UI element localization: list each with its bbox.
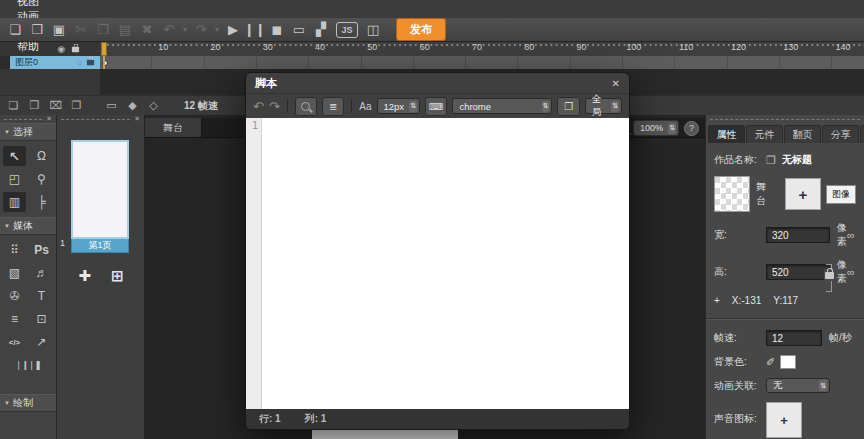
search-button[interactable] bbox=[295, 97, 317, 116]
work-name-value[interactable]: 无标题 bbox=[782, 153, 812, 167]
insert-blank-keyframe-icon[interactable]: ◇ bbox=[143, 99, 164, 112]
zoom-select[interactable]: 100% ⇅ bbox=[633, 120, 679, 136]
snippet-insert-button[interactable]: ❐ bbox=[557, 97, 579, 116]
transform-tool[interactable]: ◰ bbox=[3, 169, 26, 189]
pages-panel-gripper[interactable]: ✕ bbox=[57, 115, 144, 123]
anim-link-select[interactable]: 无 ⇅ bbox=[766, 378, 830, 393]
photoshop-icon[interactable]: Ps bbox=[30, 240, 53, 260]
cut-icon[interactable]: ✄ bbox=[70, 19, 92, 41]
new-file-icon[interactable]: ❏ bbox=[4, 19, 26, 41]
page-label: 第1页 bbox=[71, 239, 129, 253]
publish-button[interactable]: 发布 bbox=[396, 18, 446, 41]
bg-color-swatch[interactable] bbox=[780, 355, 796, 369]
fps-input[interactable]: 12 bbox=[766, 330, 822, 346]
layer-lock-icon[interactable] bbox=[87, 60, 94, 66]
code-area[interactable] bbox=[262, 118, 629, 409]
page-thumbnail[interactable]: 第1页 1 bbox=[71, 140, 129, 250]
tab-share[interactable]: 分享 bbox=[822, 125, 859, 143]
play-icon[interactable]: ▶ bbox=[222, 19, 244, 41]
paragraph-icon[interactable]: ≡ bbox=[3, 309, 26, 329]
expand-icon[interactable]: + bbox=[714, 295, 720, 306]
menu-view[interactable]: 视图 bbox=[0, 0, 78, 9]
preview-icon[interactable]: ▭ bbox=[288, 19, 310, 41]
layer-visibility-icon[interactable]: ◌ bbox=[77, 58, 82, 67]
duplicate-layer-icon[interactable]: ❐ bbox=[66, 99, 87, 112]
snippet-list-button[interactable]: ≣ bbox=[322, 97, 344, 116]
add-page-button[interactable]: ✚ bbox=[78, 267, 91, 285]
layer-frame-track[interactable] bbox=[100, 56, 864, 70]
link-icon[interactable]: ∞ bbox=[847, 229, 855, 241]
section-draw[interactable]: ▼ 绘制 bbox=[0, 394, 56, 412]
add-sound-icon-button[interactable]: + bbox=[766, 402, 802, 438]
properties-panel-gripper[interactable] bbox=[706, 115, 864, 123]
eyedropper-icon[interactable]: ✐ bbox=[766, 356, 775, 369]
link-icon[interactable]: ∞ bbox=[847, 266, 855, 278]
audio-icon[interactable]: ♬ bbox=[30, 263, 53, 283]
insert-frame-icon[interactable]: ▭ bbox=[101, 99, 122, 112]
chart-icon[interactable]: ↗ bbox=[30, 332, 53, 352]
section-select[interactable]: ▼ 选择 bbox=[0, 123, 56, 141]
insert-keyframe-icon[interactable]: ◆ bbox=[122, 99, 143, 112]
new-layer-icon[interactable]: ❏ bbox=[3, 99, 24, 112]
guide-tool[interactable]: ╞ bbox=[30, 192, 53, 212]
delete-icon[interactable]: ✖ bbox=[136, 19, 158, 41]
undo-history-icon[interactable]: ▾ bbox=[180, 19, 190, 41]
keyboard-button[interactable]: ⌨ bbox=[425, 97, 447, 116]
stage-pick-tool[interactable]: ▥ bbox=[3, 192, 26, 212]
save-icon[interactable]: ▣ bbox=[48, 19, 70, 41]
tab-properties[interactable]: 属性 bbox=[708, 125, 745, 143]
width-input[interactable]: 320 bbox=[766, 227, 830, 243]
theme-select[interactable]: chrome ⇅ bbox=[452, 98, 552, 114]
stage-color-swatch[interactable] bbox=[714, 176, 750, 212]
barcode-icon[interactable]: ❘❙❘❚ bbox=[17, 355, 40, 375]
adaptive-icon[interactable]: ▞ bbox=[310, 19, 332, 41]
whiteboard-icon[interactable]: ⊡ bbox=[30, 309, 53, 329]
video-icon[interactable]: ✇ bbox=[3, 286, 26, 306]
close-icon[interactable]: ✕ bbox=[134, 115, 140, 123]
section-media[interactable]: ▼ 媒体 bbox=[0, 217, 56, 235]
component-library-icon[interactable]: ⠿ bbox=[3, 240, 26, 260]
script-dialog-titlebar[interactable]: 脚本 ✕ bbox=[246, 73, 629, 94]
height-input[interactable]: 520 bbox=[766, 264, 830, 280]
delete-layer-icon[interactable]: ⌧ bbox=[45, 99, 66, 112]
ruler-ticks: 102030405060708090100110120130140 bbox=[100, 42, 864, 56]
image-icon[interactable]: ▧ bbox=[3, 263, 26, 283]
add-stage-image-button[interactable]: + bbox=[785, 178, 821, 210]
code-editor[interactable]: 1 bbox=[246, 118, 629, 409]
text-tool[interactable]: T bbox=[30, 286, 53, 306]
undo-icon[interactable]: ↶ bbox=[158, 19, 180, 41]
tools-panel-gripper[interactable]: ✕ bbox=[0, 115, 56, 123]
stage-tab[interactable]: 舞台 bbox=[145, 118, 202, 137]
duplicate-page-button[interactable]: ⊞ bbox=[111, 267, 124, 285]
stop-icon[interactable]: ◼ bbox=[266, 19, 288, 41]
layer-item[interactable]: 图层0 ◌ bbox=[10, 56, 100, 69]
close-icon[interactable]: ✕ bbox=[46, 115, 52, 123]
playhead[interactable] bbox=[101, 42, 107, 56]
tab-page-flip[interactable]: 翻页 bbox=[784, 125, 821, 143]
pause-icon[interactable]: ❙❙ bbox=[244, 19, 266, 41]
code-icon[interactable]: </> bbox=[3, 332, 26, 352]
select-tool[interactable]: ↖ bbox=[3, 146, 26, 166]
lasso-tool[interactable]: Ω bbox=[30, 146, 53, 166]
timeline-ruler[interactable]: 102030405060708090100110120130140 ◉ bbox=[0, 42, 864, 57]
open-file-icon[interactable]: ❒ bbox=[26, 19, 48, 41]
copy-icon[interactable]: ❐ bbox=[92, 19, 114, 41]
scope-select[interactable]: 全局 ⇅ bbox=[585, 98, 622, 114]
tab-components[interactable]: 元件 bbox=[746, 125, 783, 143]
redo-icon[interactable]: ↷ bbox=[269, 99, 280, 114]
ruler-tick: 60 bbox=[398, 42, 450, 56]
device-icon[interactable]: ◫ bbox=[362, 19, 384, 41]
font-size-select[interactable]: 12px ⇅ bbox=[377, 98, 420, 114]
aspect-lock-icon[interactable] bbox=[824, 269, 835, 281]
zoom-tool[interactable]: ⚲ bbox=[30, 169, 53, 189]
redo-history-icon[interactable]: ▾ bbox=[212, 19, 222, 41]
tab-loading[interactable]: 加载 bbox=[860, 125, 864, 143]
redo-icon[interactable]: ↷ bbox=[190, 19, 212, 41]
close-icon[interactable]: ✕ bbox=[612, 78, 620, 89]
js-icon[interactable]: JS bbox=[336, 22, 358, 38]
paste-icon[interactable]: ▤ bbox=[114, 19, 136, 41]
layer-folder-icon[interactable]: ❒ bbox=[24, 99, 45, 112]
image-button[interactable]: 图像 bbox=[826, 185, 856, 204]
undo-icon[interactable]: ↶ bbox=[253, 99, 264, 114]
help-button[interactable]: ? bbox=[684, 121, 699, 136]
